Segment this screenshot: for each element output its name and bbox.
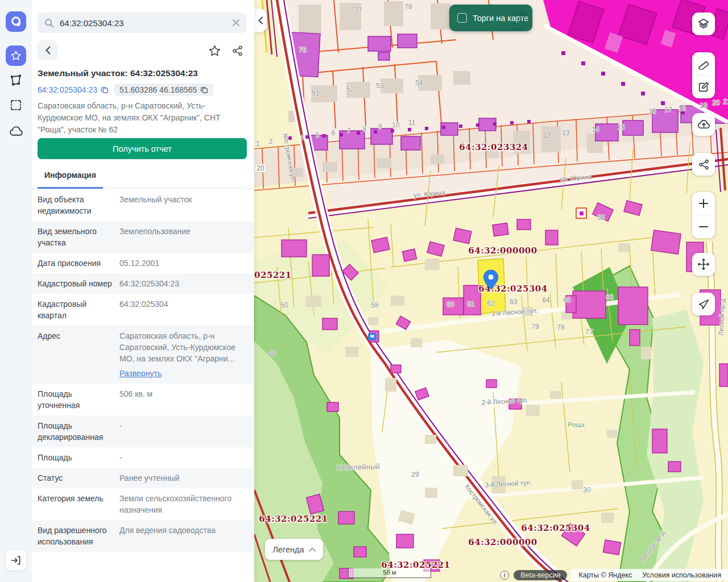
legend-button[interactable]: Легенда: [265, 539, 323, 560]
map-canvas[interactable]: 64:32:02332464:32:00000064:32:02530464:3…: [254, 0, 728, 582]
panel-collapse-button[interactable]: [254, 9, 267, 32]
locate-arrow-icon: [698, 298, 710, 310]
street-label: Роща: [568, 421, 584, 428]
upload-button[interactable]: [692, 113, 715, 136]
row-label: Вид разрешенного использования: [38, 525, 113, 547]
table-row: Вид объекта недвижимостиЗемельный участо…: [32, 189, 254, 221]
parcel-number-label: 53: [376, 82, 383, 90]
selected-parcel-pin[interactable]: [483, 269, 499, 290]
draw-edit-button[interactable]: [692, 76, 715, 98]
cadastral-quarter-label[interactable]: 64:32:025221: [254, 270, 292, 280]
sidebar-item-polygon-draw[interactable]: [9, 73, 23, 88]
row-value: -: [119, 452, 249, 463]
zoom-out-button[interactable]: [692, 215, 715, 238]
table-row: Вид земельного участкаЗемлепользование: [32, 221, 254, 253]
info-icon[interactable]: i: [500, 571, 509, 580]
coordinates-value: 51.603286 46.168565: [119, 85, 197, 94]
share-object-button[interactable]: [230, 43, 245, 58]
parcel-number-label: 15: [617, 123, 624, 131]
parcel-number-label: 1: [256, 140, 260, 148]
coordinates-chip[interactable]: 51.603286 46.168565: [114, 84, 213, 96]
area-select-icon: [9, 98, 23, 112]
page-title: Земельный участок: 64:32:025304:23: [38, 68, 249, 78]
zoom-in-button[interactable]: [692, 192, 715, 215]
sidebar-item-favorites[interactable]: [6, 45, 26, 66]
trades-checkbox[interactable]: [457, 13, 467, 23]
object-info-table: Вид объекта недвижимостиЗемельный участо…: [32, 189, 254, 552]
app-rail: [0, 0, 32, 582]
back-button[interactable]: [38, 40, 58, 60]
parcel-number-label: 76: [299, 46, 306, 54]
copy-icon[interactable]: [101, 86, 109, 94]
ruler-icon: [697, 57, 710, 70]
row-value: Саратовская область, р-н Саратовский, Ус…: [119, 330, 249, 379]
login-button[interactable]: [6, 550, 26, 571]
parcel-number-label: 64: [542, 296, 549, 304]
row-label: Площадь: [38, 452, 113, 463]
parcel-number-label: 21: [723, 98, 728, 106]
parcel-number-label: 29: [411, 471, 419, 479]
panel-header: [38, 40, 247, 60]
parcel-number-label: 17: [664, 106, 672, 114]
share-map-button[interactable]: [692, 153, 715, 176]
parcel-number-label: 2: [269, 138, 273, 146]
terms-of-use-link[interactable]: Условия использования: [642, 571, 721, 579]
parcel-number-label: 77: [354, 6, 362, 14]
ruler-button[interactable]: [692, 52, 715, 75]
search-icon: [44, 18, 54, 28]
parcel-number-label: 16: [648, 107, 656, 115]
expand-address-link[interactable]: Развернуть: [119, 368, 162, 379]
tab-information[interactable]: Информация: [38, 171, 103, 189]
cadastral-quarter-label[interactable]: 64:32:023324: [459, 142, 528, 152]
table-row: Кадастровый квартал64:32:025304: [32, 294, 254, 326]
row-label: Категория земель: [38, 493, 113, 516]
search-input[interactable]: [60, 18, 226, 28]
app-logo[interactable]: [6, 11, 26, 32]
row-value: 506 кв. м: [119, 388, 249, 411]
row-label: Площадь декларированная: [38, 420, 113, 443]
row-value: Землепользование: [119, 226, 249, 248]
parcel-number-label: 79: [531, 323, 539, 331]
map-attribution: i Beta-версия Карты © Яндекс Условия исп…: [500, 569, 728, 581]
table-row: Вид разрешенного использованияДля ведени…: [32, 520, 254, 552]
cadastral-quarter-label[interactable]: 64:32:000000: [468, 537, 537, 547]
cloud-icon: [9, 124, 23, 139]
row-value: Для ведения садоводства: [119, 525, 249, 547]
scale-label: 50 м: [383, 569, 396, 576]
layers-button[interactable]: [692, 13, 715, 35]
map-copyright-link[interactable]: Карты © Яндекс: [578, 571, 632, 579]
copy-icon[interactable]: [200, 86, 208, 94]
cadastral-quarter-label[interactable]: 64:32:025304: [521, 523, 590, 533]
get-report-button[interactable]: Получить отчет: [38, 138, 247, 159]
row-label: Статус: [38, 472, 113, 484]
parcel-number-label: 63: [510, 298, 517, 306]
beta-badge: Beta-версия: [514, 570, 567, 580]
parcel-number-label: 52: [346, 85, 354, 93]
row-label: Кадастровый квартал: [38, 298, 113, 321]
sidebar-item-cloud[interactable]: [9, 124, 23, 139]
parcel-number-label: 7: [347, 127, 351, 135]
row-value: 05.12.2001: [119, 257, 249, 269]
object-chips: 64:32:025304:23 51.603286 46.168565: [38, 84, 213, 96]
share-icon: [231, 45, 243, 57]
clear-search-icon[interactable]: [232, 19, 240, 27]
object-address: Саратовская область, р-н Саратовский, Ус…: [38, 100, 248, 136]
star-icon: [10, 50, 22, 61]
cadastral-number-chip[interactable]: 64:32:025304:23: [38, 85, 109, 94]
parcel-number-label: 48: [268, 350, 275, 357]
cadastral-number-value: 64:32:025304:23: [38, 85, 97, 94]
pan-mode-button[interactable]: [692, 253, 715, 276]
cadastral-quarter-label[interactable]: 64:32:000000: [468, 246, 537, 256]
parcel-number-label: 4: [300, 134, 304, 142]
row-label: Дата присвоения: [38, 257, 113, 269]
sidebar-item-area-select[interactable]: [9, 98, 23, 113]
parcel-number-label: 78: [404, 3, 412, 11]
cadastral-quarter-label[interactable]: 64:32:025221: [259, 514, 328, 524]
row-value: 64:32:025304: [119, 298, 249, 321]
measure-draw-group: [692, 52, 715, 98]
favorite-star-button[interactable]: [207, 43, 222, 58]
search-bar[interactable]: [38, 13, 247, 33]
parcel-number-label: 12: [543, 131, 551, 139]
trades-on-map-toggle[interactable]: Торги на карте: [449, 5, 532, 31]
locate-me-button[interactable]: [692, 293, 715, 315]
